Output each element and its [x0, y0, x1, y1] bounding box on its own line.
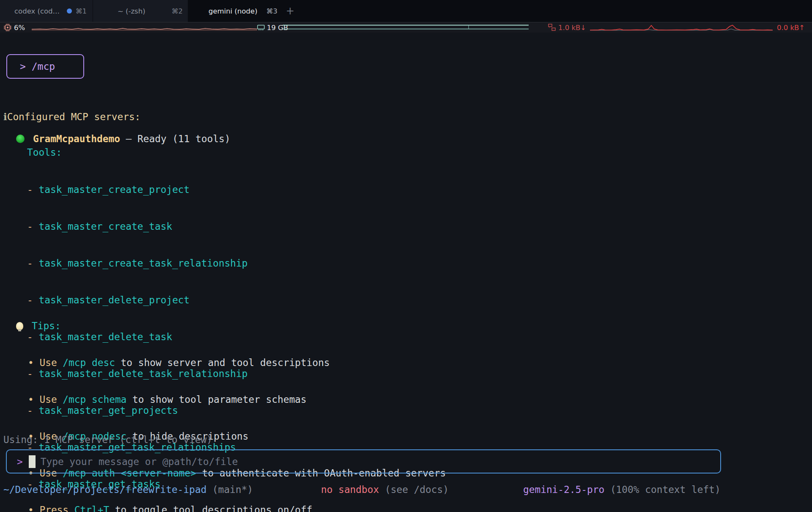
network-download-graph: [590, 24, 773, 32]
tool-item: - task_master_create_project: [27, 184, 248, 196]
tool-bullet: -: [27, 221, 38, 232]
sandbox-note: (see /docs): [379, 484, 449, 495]
server-ready-dot-icon: [16, 135, 25, 143]
tab-zsh-shortcut: ⌘2: [172, 7, 183, 15]
cpu-chip-icon: [3, 23, 12, 32]
cpu-percent-value: 6%: [14, 24, 25, 32]
using-mcp-status-line: Using: 1 MCP server (ctrl+t to view): [3, 434, 212, 446]
context-remaining: (100% context left): [604, 484, 721, 495]
new-tab-button[interactable]: +: [286, 0, 294, 22]
cpu-usage-graph: [32, 24, 257, 32]
mcp-servers-heading-text: Configured MCP servers:: [7, 111, 141, 122]
mcp-server-row: GramMcpauthdemo — Ready (11 tools): [16, 133, 230, 145]
tips-heading: Tips:: [16, 320, 61, 332]
server-name: GramMcpauthdemo: [33, 133, 120, 144]
tip-prefix: • Press: [28, 504, 74, 512]
tool-item: - task_master_create_task: [27, 220, 248, 233]
tab-codex-shortcut: ⌘1: [76, 7, 87, 15]
tip-prefix: • Use: [28, 357, 63, 368]
command-echo-text: > /mcp: [20, 61, 55, 72]
tab-bar: codex (codex-aar...⌘1 ~ (-zsh)⌘2 gemini …: [0, 0, 812, 22]
model-name: gemini-2.5-pro: [523, 484, 604, 495]
network-stat[interactable]: 1.0 kB↓: [548, 22, 586, 33]
mcp-servers-heading: ℹConfigured MCP servers:: [3, 111, 140, 123]
tool-bullet: -: [27, 295, 38, 306]
tab-gemini[interactable]: gemini (node)⌘3: [188, 0, 284, 22]
network-icon: [548, 23, 556, 32]
tip-command: /mcp schema: [63, 394, 126, 405]
tab-zsh-label: ~ (-zsh): [118, 7, 145, 15]
cpu-stat[interactable]: 6%: [3, 22, 25, 33]
tip-rest: to show tool parameter schemas: [126, 394, 306, 405]
server-status: — Ready (11 tools): [120, 133, 230, 144]
tip-item: • Press Ctrl+T to toggle tool descriptio…: [28, 504, 446, 512]
git-branch: (main*): [206, 484, 253, 495]
tab-gemini-shortcut: ⌘3: [266, 7, 277, 15]
tools-label: Tools:: [27, 146, 62, 159]
tips-heading-text: Tips:: [32, 320, 61, 331]
tool-name: task_master_create_project: [38, 184, 189, 195]
tab-codex-label: codex (codex-aar...: [14, 7, 63, 15]
network-up-stat[interactable]: 0.0 kB↑: [777, 22, 805, 33]
tip-item: • Use /mcp desc to show server and tool …: [28, 357, 446, 369]
footer-sandbox-group: no sandbox (see /docs): [321, 484, 449, 496]
tip-prefix: • Use: [28, 394, 63, 405]
network-down-value: 1.0 kB↓: [558, 24, 586, 32]
memory-ram-icon: [257, 23, 265, 32]
tip-item: • Use /mcp schema to show tool parameter…: [28, 394, 446, 406]
tab-gemini-label: gemini (node): [208, 7, 258, 15]
info-icon: ℹ: [3, 111, 7, 122]
tool-name: task_master_delete_project: [38, 295, 189, 306]
text-cursor: [29, 455, 36, 468]
command-echo-box: > /mcp: [6, 54, 84, 79]
tip-command: /mcp desc: [63, 357, 115, 368]
input-placeholder: Type your message or @path/to/file: [41, 456, 238, 467]
tool-bullet: -: [27, 184, 38, 195]
tip-rest: to show server and tool descriptions: [115, 357, 330, 368]
working-directory: ~/Developer/projects/freewrite-ipad: [3, 484, 206, 495]
message-input[interactable]: >Type your message or @path/to/file: [6, 449, 721, 473]
lightbulb-icon: [16, 322, 23, 330]
tab-codex[interactable]: codex (codex-aar...⌘1: [0, 0, 93, 22]
footer-model-group: gemini-2.5-pro (100% context left): [523, 484, 721, 496]
tool-item: - task_master_delete_project: [27, 294, 248, 306]
tool-bullet: -: [27, 258, 38, 269]
tool-name: task_master_create_task_relationship: [38, 258, 247, 269]
system-status-bar: 6% 19 GB 1.0 kB↓ 0.0 kB↑: [0, 22, 812, 33]
tip-rest: to toggle tool descriptions on/off: [109, 504, 312, 512]
activity-dot-icon: [67, 8, 72, 14]
input-prompt: >: [17, 456, 23, 467]
footer-path-group: ~/Developer/projects/freewrite-ipad (mai…: [3, 484, 253, 496]
tool-item: - task_master_create_task_relationship: [27, 257, 248, 270]
tab-zsh[interactable]: ~ (-zsh)⌘2: [93, 0, 188, 22]
sandbox-status: no sandbox: [321, 484, 379, 495]
tool-name: task_master_create_task: [38, 221, 172, 232]
tip-command: Ctrl+T: [74, 504, 109, 512]
memory-usage-graph: [283, 24, 529, 31]
network-up-value: 0.0 kB↑: [777, 24, 805, 32]
